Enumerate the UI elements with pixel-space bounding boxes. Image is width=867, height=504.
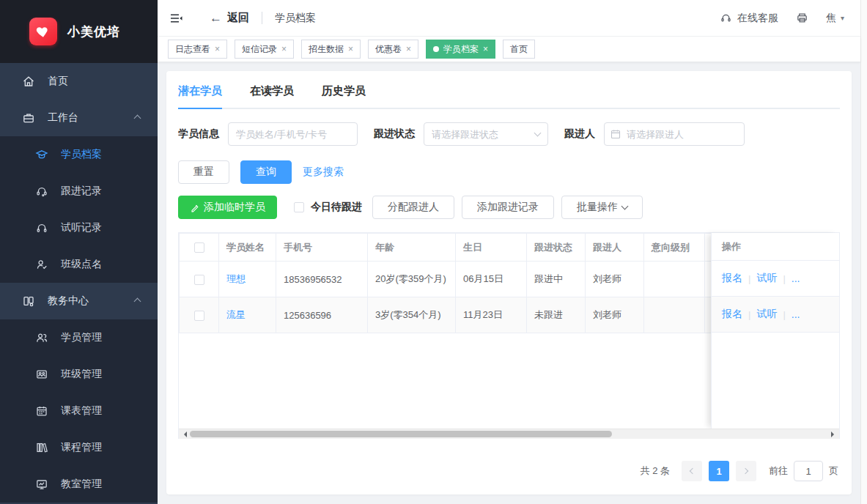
sidebar-group-academic-center[interactable]: 教务中心 bbox=[0, 283, 158, 319]
student-archive-icon bbox=[35, 148, 48, 161]
tab-student-archive[interactable]: 学员档案× bbox=[426, 40, 495, 59]
sidebar: 小美优培 首页 工作台 学员档案 跟进记录 试听记录 bbox=[0, 0, 158, 504]
close-icon[interactable]: × bbox=[348, 45, 353, 53]
follow-person-input[interactable] bbox=[604, 122, 745, 146]
search-button[interactable]: 查询 bbox=[240, 160, 292, 184]
sidebar-item-label: 教室管理 bbox=[61, 478, 102, 491]
col-birthday: 生日 bbox=[456, 234, 527, 262]
sidebar-item-audition-record[interactable]: 试听记录 bbox=[0, 210, 158, 246]
row-actions: 报名| 试听| ... bbox=[712, 297, 839, 333]
student-info-input[interactable] bbox=[228, 122, 358, 146]
cell-follower: 刘老师 bbox=[586, 262, 644, 297]
tab-potential-students[interactable]: 潜在学员 bbox=[178, 84, 222, 108]
assign-follower-button[interactable]: 分配跟进人 bbox=[372, 196, 454, 219]
tab-coupon[interactable]: 优惠卷× bbox=[368, 40, 418, 59]
tab-home[interactable]: 首页 bbox=[503, 40, 535, 59]
workbench-icon bbox=[22, 111, 35, 125]
scroll-right-arrow[interactable] bbox=[831, 431, 837, 437]
collapse-sidebar-icon[interactable] bbox=[169, 12, 183, 25]
chevron-left-icon bbox=[690, 468, 696, 474]
follow-person-label: 跟进人 bbox=[564, 127, 595, 141]
sidebar-item-class-manage[interactable]: 班级管理 bbox=[0, 356, 158, 393]
sidebar-item-label: 试听记录 bbox=[61, 221, 102, 234]
next-page-button[interactable] bbox=[736, 461, 756, 481]
add-temp-student-button[interactable]: 添加临时学员 bbox=[178, 196, 277, 219]
student-info-label: 学员信息 bbox=[178, 127, 219, 141]
more-actions-link[interactable]: ... bbox=[792, 308, 800, 320]
close-icon[interactable]: × bbox=[483, 45, 488, 53]
tab-enrollment-data[interactable]: 招生数据× bbox=[301, 40, 361, 59]
classroom-icon bbox=[35, 478, 48, 491]
sidebar-item-course-manage[interactable]: 课程管理 bbox=[0, 429, 158, 466]
tab-history-students[interactable]: 历史学员 bbox=[322, 84, 366, 108]
back-label: 返回 bbox=[227, 11, 249, 25]
col-student-name: 学员姓名 bbox=[219, 234, 276, 262]
timetable-icon bbox=[35, 404, 48, 418]
tab-log-view[interactable]: 日志查看× bbox=[168, 40, 227, 59]
follow-status-select[interactable] bbox=[424, 122, 548, 146]
search-buttons-row: 重置 查询 更多搜索 bbox=[178, 160, 840, 184]
today-follow-checkbox[interactable] bbox=[294, 202, 304, 212]
sidebar-item-home[interactable]: 首页 bbox=[0, 63, 158, 100]
sidebar-item-label: 班级管理 bbox=[61, 368, 102, 381]
total-count: 共 2 条 bbox=[641, 464, 670, 478]
sidebar-group-workbench[interactable]: 工作台 bbox=[0, 100, 158, 136]
heart-logo-icon bbox=[29, 18, 57, 45]
audition-link[interactable]: 试听 bbox=[756, 308, 777, 321]
online-service-button[interactable]: 在线客服 bbox=[720, 12, 778, 25]
tab-sms-record[interactable]: 短信记录× bbox=[235, 40, 294, 59]
sidebar-item-label: 学员档案 bbox=[61, 148, 102, 161]
chevron-up-icon bbox=[134, 114, 141, 122]
col-actions: 操作 bbox=[712, 233, 839, 261]
more-search-link[interactable]: 更多搜索 bbox=[303, 166, 344, 179]
sidebar-item-label: 课表管理 bbox=[61, 404, 102, 418]
app-title: 小美优培 bbox=[67, 23, 120, 40]
sidebar-item-student-manage[interactable]: 学员管理 bbox=[0, 319, 158, 356]
select-all-checkbox[interactable] bbox=[194, 242, 204, 253]
page-number-button[interactable]: 1 bbox=[709, 461, 729, 481]
enroll-link[interactable]: 报名 bbox=[722, 272, 742, 285]
cell-age: 20岁(零359个月) bbox=[368, 262, 456, 297]
panel-tabs: 潜在学员 在读学员 历史学员 bbox=[178, 84, 840, 109]
close-icon[interactable]: × bbox=[406, 45, 411, 53]
goto-label: 前往 bbox=[769, 464, 788, 478]
scrollbar-thumb[interactable] bbox=[190, 431, 612, 437]
tab-enrolled-students[interactable]: 在读学员 bbox=[250, 84, 294, 108]
goto-page-input[interactable] bbox=[794, 461, 823, 481]
student-name-link[interactable]: 理想 bbox=[226, 273, 246, 284]
reset-button[interactable]: 重置 bbox=[178, 160, 229, 184]
sidebar-item-student-archive[interactable]: 学员档案 bbox=[0, 136, 158, 173]
user-menu[interactable]: 焦 ▾ bbox=[826, 12, 844, 25]
printer-icon[interactable] bbox=[796, 12, 808, 24]
cell-status: 跟进中 bbox=[527, 262, 586, 297]
sidebar-item-label: 课程管理 bbox=[61, 441, 102, 454]
prev-page-button[interactable] bbox=[682, 461, 702, 481]
enroll-link[interactable]: 报名 bbox=[722, 308, 742, 321]
more-actions-link[interactable]: ... bbox=[792, 273, 800, 284]
cell-intention bbox=[644, 297, 705, 333]
batch-action-button[interactable]: 批量操作 bbox=[561, 196, 643, 219]
close-icon[interactable]: × bbox=[215, 45, 220, 53]
scroll-left-arrow[interactable] bbox=[181, 431, 187, 437]
close-icon[interactable]: × bbox=[281, 45, 287, 53]
row-checkbox[interactable] bbox=[194, 275, 204, 285]
app-logo[interactable]: 小美优培 bbox=[0, 0, 158, 63]
sidebar-item-roll-call[interactable]: 班级点名 bbox=[0, 246, 158, 283]
row-checkbox[interactable] bbox=[194, 311, 204, 321]
cell-birthday: 06月15日 bbox=[456, 262, 527, 297]
student-name-link[interactable]: 流星 bbox=[226, 309, 246, 320]
divider bbox=[262, 12, 262, 24]
add-follow-record-button[interactable]: 添加跟进记录 bbox=[462, 196, 554, 219]
sidebar-item-timetable-manage[interactable]: 课表管理 bbox=[0, 393, 158, 429]
page-scrollbar[interactable] bbox=[860, 0, 867, 504]
audition-link[interactable]: 试听 bbox=[756, 272, 777, 285]
sidebar-item-follow-record[interactable]: 跟进记录 bbox=[0, 173, 158, 210]
sidebar-item-classroom-manage[interactable]: 教室管理 bbox=[0, 466, 158, 503]
header-actions: 在线客服 焦 ▾ bbox=[720, 12, 844, 25]
col-follower: 跟进人 bbox=[586, 234, 644, 262]
tags-view-bar: 日志查看× 短信记录× 招生数据× 优惠卷× 学员档案× 首页 bbox=[158, 37, 860, 62]
back-button[interactable]: ← 返回 bbox=[210, 11, 249, 26]
chevron-right-icon bbox=[742, 468, 748, 474]
table-horizontal-scrollbar[interactable] bbox=[179, 429, 839, 439]
filter-row: 学员信息 跟进状态 跟进人 bbox=[178, 122, 840, 146]
